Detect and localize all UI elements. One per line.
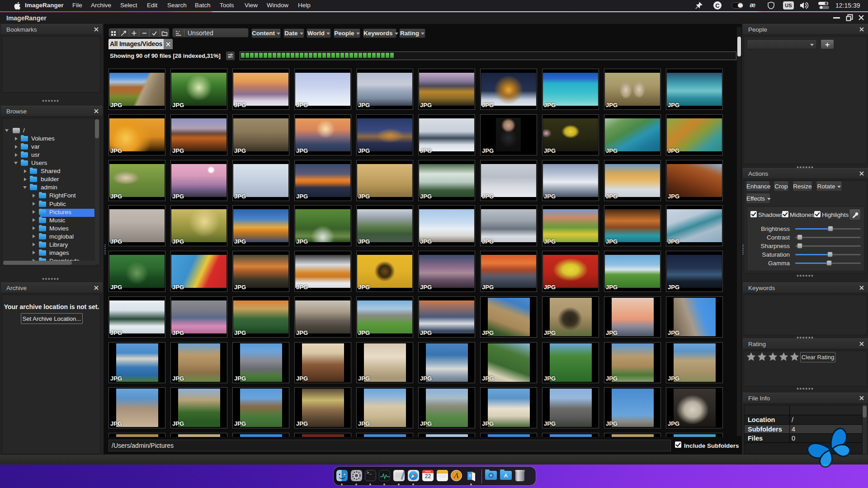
svg-text:C: C <box>715 2 720 9</box>
